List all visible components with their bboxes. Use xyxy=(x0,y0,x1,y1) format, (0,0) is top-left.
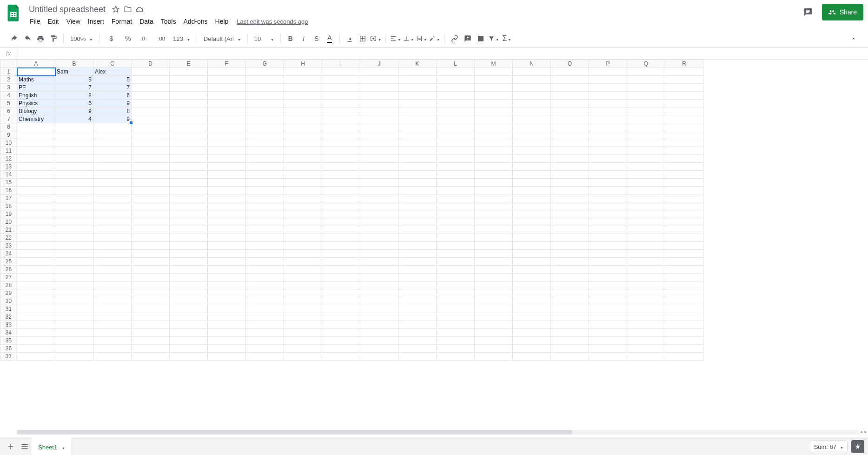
col-header-B[interactable]: B xyxy=(55,60,93,68)
cell-L26[interactable] xyxy=(437,266,475,274)
menu-edit[interactable]: Edit xyxy=(44,17,63,26)
cell-R21[interactable] xyxy=(665,226,703,234)
cell-H37[interactable] xyxy=(284,353,322,361)
cell-P31[interactable] xyxy=(589,305,627,313)
cell-B23[interactable] xyxy=(55,242,93,250)
cell-L23[interactable] xyxy=(437,242,475,250)
cell-R30[interactable] xyxy=(665,297,703,305)
cell-D25[interactable] xyxy=(132,258,170,266)
cell-L24[interactable] xyxy=(437,250,475,258)
wrap-button[interactable] xyxy=(416,33,428,45)
cell-B14[interactable] xyxy=(55,171,93,179)
cell-J34[interactable] xyxy=(360,329,398,337)
cell-H28[interactable] xyxy=(284,281,322,289)
cell-Q13[interactable] xyxy=(627,163,665,171)
cell-P17[interactable] xyxy=(589,194,627,202)
cell-N15[interactable] xyxy=(513,179,551,187)
cell-M32[interactable] xyxy=(475,313,513,321)
cell-N17[interactable] xyxy=(513,194,551,202)
undo-button[interactable] xyxy=(8,33,20,45)
cell-O35[interactable] xyxy=(551,337,589,345)
row-header-17[interactable]: 17 xyxy=(0,194,17,202)
cell-N20[interactable] xyxy=(513,218,551,226)
cell-K33[interactable] xyxy=(398,321,437,329)
cell-G5[interactable] xyxy=(246,100,284,107)
cell-M20[interactable] xyxy=(475,218,513,226)
cell-K28[interactable] xyxy=(398,281,437,289)
cell-F21[interactable] xyxy=(208,226,246,234)
cell-M17[interactable] xyxy=(475,194,513,202)
cell-Q37[interactable] xyxy=(627,353,665,361)
cell-I10[interactable] xyxy=(322,139,360,147)
cell-F10[interactable] xyxy=(208,139,246,147)
cell-H15[interactable] xyxy=(284,179,322,187)
cell-B30[interactable] xyxy=(55,297,93,305)
cell-F7[interactable] xyxy=(208,115,246,123)
cell-A17[interactable] xyxy=(17,194,55,202)
row-header-3[interactable]: 3 xyxy=(0,84,17,92)
cell-L8[interactable] xyxy=(437,123,475,131)
cell-C11[interactable] xyxy=(93,147,132,155)
cell-G30[interactable] xyxy=(246,297,284,305)
cell-R22[interactable] xyxy=(665,234,703,242)
row-header-30[interactable]: 30 xyxy=(0,297,17,305)
cell-N29[interactable] xyxy=(513,289,551,297)
cell-M23[interactable] xyxy=(475,242,513,250)
cell-J3[interactable] xyxy=(360,84,398,92)
cell-Q5[interactable] xyxy=(627,100,665,107)
cell-F2[interactable] xyxy=(208,76,246,84)
row-header-26[interactable]: 26 xyxy=(0,266,17,274)
cell-J29[interactable] xyxy=(360,289,398,297)
cell-F12[interactable] xyxy=(208,155,246,163)
cell-H18[interactable] xyxy=(284,202,322,210)
cell-L11[interactable] xyxy=(437,147,475,155)
cell-H21[interactable] xyxy=(284,226,322,234)
cell-I5[interactable] xyxy=(322,100,360,107)
cell-I35[interactable] xyxy=(322,337,360,345)
cell-N19[interactable] xyxy=(513,210,551,218)
cell-M24[interactable] xyxy=(475,250,513,258)
cell-I15[interactable] xyxy=(322,179,360,187)
cell-N3[interactable] xyxy=(513,84,551,92)
row-header-18[interactable]: 18 xyxy=(0,202,17,210)
cell-C21[interactable] xyxy=(93,226,132,234)
cell-C33[interactable] xyxy=(93,321,132,329)
cell-G24[interactable] xyxy=(246,250,284,258)
cell-K18[interactable] xyxy=(398,202,437,210)
cell-D14[interactable] xyxy=(132,171,170,179)
cell-Q36[interactable] xyxy=(627,345,665,353)
cell-A15[interactable] xyxy=(17,179,55,187)
cell-B29[interactable] xyxy=(55,289,93,297)
cell-A35[interactable] xyxy=(17,337,55,345)
col-header-Q[interactable]: Q xyxy=(627,60,665,68)
cell-A10[interactable] xyxy=(17,139,55,147)
cell-F22[interactable] xyxy=(208,234,246,242)
row-header-2[interactable]: 2 xyxy=(0,76,17,84)
cell-G14[interactable] xyxy=(246,171,284,179)
cell-I6[interactable] xyxy=(322,107,360,115)
cell-D34[interactable] xyxy=(132,329,170,337)
cell-I17[interactable] xyxy=(322,194,360,202)
cell-A34[interactable] xyxy=(17,329,55,337)
cell-O11[interactable] xyxy=(551,147,589,155)
cell-J24[interactable] xyxy=(360,250,398,258)
row-header-13[interactable]: 13 xyxy=(0,163,17,171)
cell-B10[interactable] xyxy=(55,139,93,147)
cell-C4[interactable]: 6 xyxy=(93,92,132,100)
cell-F15[interactable] xyxy=(208,179,246,187)
cell-O14[interactable] xyxy=(551,171,589,179)
cell-D16[interactable] xyxy=(132,187,170,194)
cell-C30[interactable] xyxy=(93,297,132,305)
cell-N27[interactable] xyxy=(513,274,551,281)
cell-F17[interactable] xyxy=(208,194,246,202)
add-sheet-button[interactable] xyxy=(4,440,18,454)
cell-N34[interactable] xyxy=(513,329,551,337)
cell-B22[interactable] xyxy=(55,234,93,242)
cell-C8[interactable] xyxy=(93,123,132,131)
menu-data[interactable]: Data xyxy=(136,17,157,26)
cell-G1[interactable] xyxy=(246,68,284,76)
cell-N37[interactable] xyxy=(513,353,551,361)
cell-A6[interactable]: Biology xyxy=(17,107,55,115)
cell-D17[interactable] xyxy=(132,194,170,202)
cell-B5[interactable]: 6 xyxy=(55,100,93,107)
